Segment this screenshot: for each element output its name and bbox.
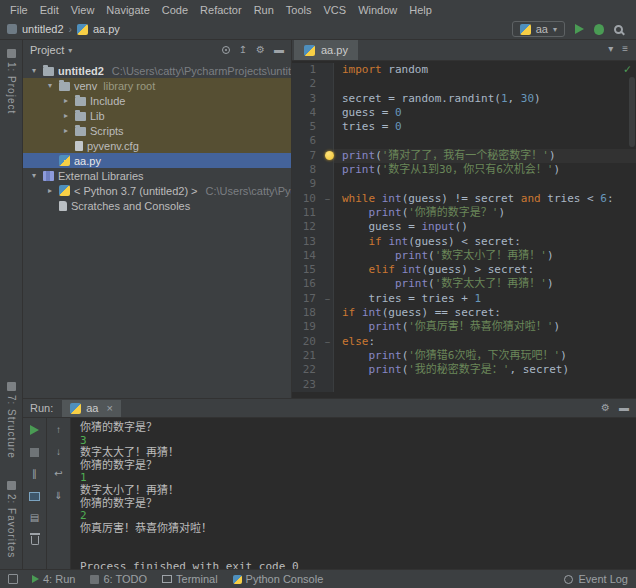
line-number[interactable]: 14 [292, 249, 322, 263]
collapse-all-button[interactable]: ↥ [239, 45, 247, 55]
line-number[interactable]: 1 [292, 63, 322, 77]
line-number[interactable]: 13 [292, 235, 322, 249]
code-line-3[interactable]: 3secret = random.randint(1, 30) [292, 92, 636, 106]
project-view-selector[interactable]: Project ▾ [30, 44, 72, 56]
tree-item-external-libraries[interactable]: ▾External Libraries [23, 168, 291, 183]
line-number[interactable]: 19 [292, 320, 322, 334]
code-line-4[interactable]: 4guess = 0 [292, 106, 636, 120]
line-number[interactable]: 23 [292, 378, 322, 392]
fold-icon[interactable]: − [322, 292, 334, 306]
tree-item-python-3-7-untitled2[interactable]: ▸< Python 3.7 (untitled2) >C:\Users\catt… [23, 183, 291, 198]
fold-icon[interactable]: − [322, 335, 334, 349]
fold-icon[interactable]: − [322, 192, 334, 206]
hide-panel-button[interactable]: ▬ [274, 45, 284, 55]
close-tab-icon[interactable]: × [107, 402, 113, 414]
line-number[interactable]: 6 [292, 134, 322, 148]
print-button[interactable]: ▤ [28, 512, 41, 524]
console-output[interactable]: 你猜的数字是？3数字太大了！再猜！你猜的数字是？1数字太小了！再猜！你猜的数字是… [71, 418, 636, 569]
run-tab-aa[interactable]: aa × [62, 400, 121, 417]
menu-item-vcs[interactable]: VCS [318, 2, 353, 18]
breadcrumb-file[interactable]: aa.py [93, 23, 120, 35]
debug-button[interactable] [594, 24, 604, 35]
code-line-1[interactable]: 1import random [292, 63, 636, 77]
tree-item-include[interactable]: ▸Include [23, 93, 291, 108]
code-line-10[interactable]: 10−while int(guess) != secret and tries … [292, 192, 636, 206]
run-settings-gear-icon[interactable]: ⚙ [601, 403, 610, 413]
clear-all-button[interactable] [28, 534, 41, 546]
chevron-open-icon[interactable]: ▾ [29, 171, 39, 180]
intention-bulb-icon[interactable] [325, 151, 334, 160]
code-line-12[interactable]: 12 guess = input() [292, 220, 636, 234]
line-number[interactable]: 5 [292, 120, 322, 134]
toolwindow-switcher-icon[interactable] [8, 574, 18, 584]
editor-tab-aa-py[interactable]: aa.py [294, 40, 358, 60]
code-line-13[interactable]: 13 if int(guess) < secret: [292, 235, 636, 249]
run-config-selector[interactable]: aa ▾ [512, 21, 565, 37]
event-log-button[interactable]: Event Log [564, 573, 628, 585]
up-stack-trace-button[interactable]: ↑ [52, 424, 65, 436]
editor-scrollbar[interactable] [629, 77, 635, 147]
line-number[interactable]: 21 [292, 349, 322, 363]
menu-item-window[interactable]: Window [352, 2, 403, 18]
statusbar-6-todo[interactable]: 6: TODO [90, 573, 147, 585]
console-settings-button[interactable] [28, 490, 41, 502]
code-line-17[interactable]: 17− tries = tries + 1 [292, 292, 636, 306]
statusbar-python-console[interactable]: Python Console [233, 573, 324, 585]
line-number[interactable]: 16 [292, 277, 322, 291]
code-line-8[interactable]: 8print('数字从1到30，你只有6次机会！') [292, 163, 636, 177]
menu-item-help[interactable]: Help [403, 2, 438, 18]
line-number[interactable]: 12 [292, 220, 322, 234]
statusbar-4-run[interactable]: 4: Run [32, 573, 75, 585]
tree-item-untitled2[interactable]: ▾untitled2C:\Users\catty\PycharmProjects… [23, 63, 291, 78]
statusbar-terminal[interactable]: Terminal [162, 573, 218, 585]
code-line-7[interactable]: 7print('猜对了了，我有一个秘密数字！') [292, 149, 636, 163]
settings-gear-icon[interactable]: ⚙ [256, 45, 265, 55]
menu-item-refactor[interactable]: Refactor [194, 2, 248, 18]
line-number[interactable]: 9 [292, 177, 322, 191]
run-hide-button[interactable]: ▬ [619, 403, 629, 413]
line-number[interactable]: 8 [292, 163, 322, 177]
line-number[interactable]: 2 [292, 77, 322, 91]
line-number[interactable]: 10 [292, 192, 322, 206]
tree-item-scratches-and-consoles[interactable]: Scratches and Consoles [23, 198, 291, 213]
tabs-dropdown-icon[interactable]: ▾ [608, 44, 613, 54]
line-number[interactable]: 15 [292, 263, 322, 277]
scroll-to-end-button[interactable]: ⇓ [52, 490, 65, 502]
code-line-5[interactable]: 5tries = 0 [292, 120, 636, 134]
tree-item-venv[interactable]: ▾venvlibrary root [23, 78, 291, 93]
code-line-14[interactable]: 14 print('数字太小了！再猜！') [292, 249, 636, 263]
menu-item-code[interactable]: Code [156, 2, 194, 18]
toolwindow-button-7-structure[interactable]: 7: Structure [6, 379, 17, 462]
breadcrumb-project[interactable]: untitled2 [22, 23, 64, 35]
chevron-open-icon[interactable]: ▾ [29, 66, 39, 75]
chevron-closed-icon[interactable]: ▸ [45, 186, 55, 195]
code-line-20[interactable]: 20−else: [292, 335, 636, 349]
tree-item-lib[interactable]: ▸Lib [23, 108, 291, 123]
toolwindow-button-2-favorites[interactable]: 2: Favorites [6, 478, 17, 561]
stop-button[interactable] [28, 446, 41, 458]
code-line-9[interactable]: 9 [292, 177, 636, 191]
code-line-23[interactable]: 23 [292, 378, 636, 392]
line-number[interactable]: 17 [292, 292, 322, 306]
code-line-19[interactable]: 19 print('你真厉害！恭喜你猜对啦！') [292, 320, 636, 334]
chevron-closed-icon[interactable]: ▸ [61, 96, 71, 105]
chevron-closed-icon[interactable]: ▸ [61, 126, 71, 135]
tree-item-pyvenv-cfg[interactable]: pyvenv.cfg [23, 138, 291, 153]
code-line-2[interactable]: 2 [292, 77, 636, 91]
run-button[interactable] [575, 24, 584, 34]
line-number[interactable]: 11 [292, 206, 322, 220]
code-line-21[interactable]: 21 print('你猜错6次啦，下次再玩吧！') [292, 349, 636, 363]
line-number[interactable]: 22 [292, 363, 322, 377]
line-number[interactable]: 18 [292, 306, 322, 320]
search-everywhere-button[interactable] [614, 25, 623, 34]
tree-item-aa-py[interactable]: aa.py [23, 153, 291, 168]
locate-file-button[interactable] [222, 46, 230, 54]
code-line-16[interactable]: 16 print('数字太大了！再猜！') [292, 277, 636, 291]
pause-output-button[interactable]: ∥ [28, 468, 41, 480]
chevron-open-icon[interactable]: ▾ [45, 81, 55, 90]
code-editor[interactable]: 1import random23secret = random.randint(… [292, 61, 636, 398]
menu-item-edit[interactable]: Edit [34, 2, 65, 18]
menu-item-file[interactable]: File [4, 2, 34, 18]
line-number[interactable]: 3 [292, 92, 322, 106]
code-line-6[interactable]: 6 [292, 134, 636, 148]
